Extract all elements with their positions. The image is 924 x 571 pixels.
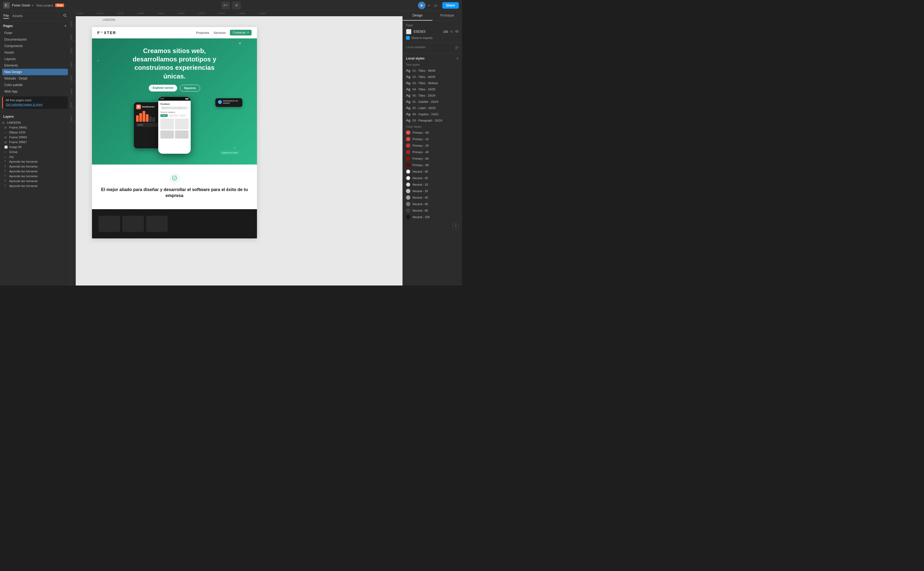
- page-item-color-palette[interactable]: Color palette: [2, 82, 68, 88]
- add-style-button[interactable]: +: [456, 56, 459, 61]
- layer-text-1[interactable]: T Aprende las herramie: [0, 159, 70, 164]
- topbar-right: B ▷ Share: [243, 2, 459, 9]
- page-item-website-detail[interactable]: Website - Detail: [2, 75, 68, 82]
- color-style-neutral-20[interactable]: Neutral - 20: [403, 188, 462, 194]
- project-name[interactable]: Fixter Geek: [12, 3, 34, 7]
- text-style-h4[interactable]: Ag h4 - Titles · 24/30: [403, 86, 462, 92]
- layer-text-4[interactable]: T Aprende las herramie: [0, 174, 70, 179]
- color-style-primary-10[interactable]: Primary - 10: [403, 136, 462, 142]
- panel-tabs: Design Prototype: [403, 11, 462, 21]
- layer-text-3[interactable]: T Aprende las herramie: [0, 169, 70, 174]
- color-style-neutral-60[interactable]: Neutral - 60: [403, 201, 462, 207]
- layer-frame-39967[interactable]: ⊞ Frame 39967: [0, 140, 70, 145]
- text-style-h5[interactable]: Ag h5 - Titles · 20/24: [403, 92, 462, 99]
- canvas-area[interactable]: -47250 -47000 -46750 -46500 -46250 -4600…: [70, 11, 402, 286]
- page-item-documentacion[interactable]: Documentación: [2, 36, 68, 43]
- sort-icon[interactable]: [455, 46, 459, 50]
- share-button[interactable]: Share: [442, 2, 459, 9]
- ruler-mark: -46500: [137, 12, 157, 15]
- layout-tool[interactable]: ⊞: [232, 2, 241, 9]
- frame-icon: ⊞: [2, 121, 5, 124]
- tab-prototype[interactable]: Prototype: [433, 11, 462, 20]
- layer-group[interactable]: □ Group: [0, 150, 70, 154]
- design-frame[interactable]: F * XTER Proyectos Servicios Contactar ↗: [92, 27, 257, 238]
- frame-icon: ⊞: [4, 136, 8, 139]
- upgrade-link[interactable]: Get unlimited pages & more: [6, 103, 43, 106]
- color-style-neutral-05[interactable]: Neutral - 05: [403, 175, 462, 181]
- color-dot: [406, 163, 410, 167]
- page-item-fixter[interactable]: Fixter: [2, 30, 68, 36]
- hero-btn-siguenos[interactable]: Síguenos: [180, 85, 200, 91]
- text-style-subtitle[interactable]: Ag 01 - Subtitle · 20/24: [403, 99, 462, 105]
- text-style-h2[interactable]: Ag h2 - Titles · 40/40: [403, 74, 462, 80]
- left-phone-screen: 📊 Dashboards: [134, 102, 161, 148]
- phone-search-bar: 🔍 What are you looking for?: [160, 106, 188, 110]
- layer-ellipse-1034[interactable]: ○ Ellipse 1034: [0, 130, 70, 135]
- add-page-button[interactable]: +: [65, 24, 67, 28]
- page-item-assets[interactable]: Assets: [2, 49, 68, 56]
- avatar-chevron-icon[interactable]: [428, 4, 430, 7]
- layer-org[interactable]: □ org: [0, 154, 70, 159]
- page-item-components[interactable]: Components: [2, 43, 68, 49]
- tab-design[interactable]: Design: [403, 11, 433, 20]
- text-style-label[interactable]: Ag 02 - Label · 18/20: [403, 105, 462, 111]
- layer-text-5[interactable]: T Aprende las herramie: [0, 179, 70, 184]
- color-style-neutral-00[interactable]: Neutral - 00: [403, 168, 462, 175]
- nav-proyectos[interactable]: Proyectos: [196, 31, 209, 34]
- page-item-web-app[interactable]: Web App: [2, 88, 68, 95]
- card-1: [99, 216, 120, 232]
- layer-frame-39942[interactable]: ⊞ Frame 39942: [0, 125, 70, 130]
- text-style-paragraph[interactable]: Ag 03 - Paragraph · 16/24: [403, 117, 462, 123]
- layer-image-89[interactable]: ⬜ image 89: [0, 145, 70, 150]
- page-opacity[interactable]: 100: [438, 30, 448, 33]
- svg-line-3: [66, 16, 67, 17]
- page-item-new-design[interactable]: New Design: [2, 69, 68, 75]
- text-style-h3[interactable]: Ag h3 - Titles · 36/Auto: [403, 80, 462, 86]
- visibility-icon[interactable]: [455, 30, 459, 34]
- text-style-caption[interactable]: Ag 04 - Caption · 14/21: [403, 111, 462, 117]
- color-style-neutral-80[interactable]: Neutral - 80: [403, 207, 462, 214]
- color-style-primary-00[interactable]: Primary - 00: [403, 130, 462, 136]
- app-logo[interactable]: F: [3, 2, 10, 9]
- ag-glyph: Ag: [406, 106, 410, 110]
- exports-checkbox[interactable]: ✓: [406, 36, 410, 40]
- color-style-primary-20[interactable]: Primary - 20: [403, 142, 462, 149]
- layer-text-2[interactable]: T Aprende las herramie: [0, 164, 70, 169]
- text-icon: T: [4, 165, 8, 168]
- style-name: h2 - Titles · 40/40: [413, 75, 459, 79]
- user-avatar[interactable]: B: [418, 2, 425, 9]
- hero-btn-explorar[interactable]: Explorar cursos: [149, 85, 177, 91]
- page-color-value[interactable]: E5E5E5: [414, 30, 436, 34]
- color-name: Primary - 00: [413, 131, 429, 134]
- product-item: [175, 130, 188, 139]
- layer-linkedin[interactable]: ⊞ LINKEDIN: [0, 120, 70, 125]
- color-style-primary-80[interactable]: Primary - 80: [403, 162, 462, 168]
- tab-assets[interactable]: Assets: [12, 13, 23, 19]
- layer-text-6[interactable]: T Aprende las herramie: [0, 184, 70, 188]
- text-style-h1[interactable]: Ag h1 - Titles · 48/48: [403, 67, 462, 74]
- play-button[interactable]: ▷: [433, 2, 440, 9]
- layers-section: ⊞ LINKEDIN ⊞ Frame 39942 ○ Ellipse 1034 …: [0, 120, 70, 286]
- tab-file[interactable]: File: [3, 13, 9, 19]
- color-style-neutral-40[interactable]: Neutral - 40: [403, 194, 462, 201]
- help-button[interactable]: ?: [452, 223, 459, 230]
- topbar-left: F Fixter Geek Team project Free: [3, 2, 219, 9]
- ruler-vertical: 58750 59000 59250 59500 59750 60000 6025…: [70, 11, 76, 286]
- page-item-layouts[interactable]: Layouts: [2, 56, 68, 62]
- layer-frame-39968[interactable]: ⊞ Frame 39968: [0, 135, 70, 140]
- color-style-neutral-10[interactable]: Neutral - 10: [403, 181, 462, 188]
- logo-text: F: [97, 31, 100, 35]
- ruler-mark: -45250: [238, 12, 258, 15]
- grid-tool[interactable]: A↗: [221, 2, 230, 9]
- nav-contactar[interactable]: Contactar ↗: [230, 30, 251, 35]
- nav-servicios[interactable]: Servicios: [214, 31, 226, 34]
- search-icon[interactable]: [63, 14, 67, 18]
- color-style-neutral-100[interactable]: Neutral - 100: [403, 214, 462, 220]
- color-style-primary-40[interactable]: Primary - 40: [403, 149, 462, 155]
- page-color-swatch[interactable]: [406, 29, 411, 34]
- style-name: 01 - Subtitle · 20/24: [413, 100, 459, 103]
- color-style-primary-60[interactable]: Primary - 60: [403, 155, 462, 162]
- page-item-elements[interactable]: Elements: [2, 62, 68, 69]
- dashboard-icon-row: 📊 Dashboards: [136, 105, 159, 110]
- svg-point-13: [456, 31, 457, 32]
